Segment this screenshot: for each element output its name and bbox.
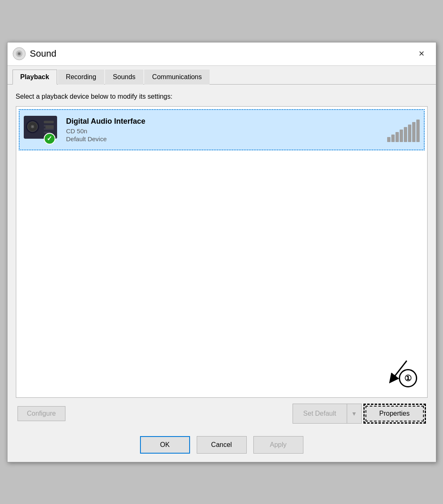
window-title: Sound xyxy=(30,48,57,59)
title-bar-left: Sound xyxy=(13,47,57,60)
vol-bar-1 xyxy=(387,137,390,142)
svg-rect-9 xyxy=(44,121,54,123)
instruction-text: Select a playback device below to modify… xyxy=(16,93,428,100)
properties-dashed-box: Properties xyxy=(363,404,426,424)
title-bar: Sound ✕ xyxy=(8,42,436,66)
vol-bar-2 xyxy=(391,135,395,142)
tab-sounds[interactable]: Sounds xyxy=(105,70,143,85)
device-status: Default Device xyxy=(66,135,383,142)
vol-bar-7 xyxy=(412,122,415,142)
apply-button[interactable]: Apply xyxy=(253,436,303,454)
tabs-bar: Playback Recording Sounds Communications xyxy=(8,66,436,85)
close-button[interactable]: ✕ xyxy=(414,46,429,61)
configure-button[interactable]: Configure xyxy=(18,406,65,421)
properties-button[interactable]: Properties xyxy=(365,406,424,422)
vol-bar-8 xyxy=(416,120,420,142)
set-default-button[interactable]: Set Default xyxy=(293,404,347,424)
device-list[interactable]: ✓ Digital Audio Interface CD 50n Default… xyxy=(16,106,428,398)
btn-group-right: Set Default ▼ Properties xyxy=(293,404,426,424)
set-default-arrow-button[interactable]: ▼ xyxy=(347,404,362,424)
sound-app-icon xyxy=(13,47,26,60)
annotation-bubble: ① xyxy=(399,369,417,387)
tab-recording[interactable]: Recording xyxy=(58,70,104,85)
tab-communications[interactable]: Communications xyxy=(144,70,210,85)
cancel-button[interactable]: Cancel xyxy=(197,436,247,454)
content-area: Select a playback device below to modify… xyxy=(8,85,436,430)
tab-playback[interactable]: Playback xyxy=(13,70,57,85)
device-item[interactable]: ✓ Digital Audio Interface CD 50n Default… xyxy=(19,109,425,150)
vol-bar-3 xyxy=(395,132,399,142)
device-sub: CD 50n xyxy=(66,127,383,135)
ok-cancel-row: OK Cancel Apply xyxy=(8,430,436,462)
svg-rect-11 xyxy=(44,128,54,130)
buttons-row: Configure Set Default ▼ Properties xyxy=(16,404,428,424)
volume-bars xyxy=(387,117,420,142)
device-icon-area: ✓ xyxy=(24,114,61,145)
svg-point-3 xyxy=(18,53,20,55)
vol-bar-4 xyxy=(400,130,403,142)
svg-rect-10 xyxy=(44,125,54,127)
sound-dialog: Sound ✕ Playback Recording Sounds Commun… xyxy=(7,42,436,462)
ok-button[interactable]: OK xyxy=(140,436,190,454)
set-default-group: Set Default ▼ xyxy=(293,404,362,424)
check-badge: ✓ xyxy=(44,133,55,145)
device-name: Digital Audio Interface xyxy=(66,117,383,126)
svg-point-8 xyxy=(32,126,33,127)
vol-bar-6 xyxy=(408,125,411,142)
vol-bar-5 xyxy=(404,127,407,142)
annotation-area: ① xyxy=(371,357,421,392)
device-info: Digital Audio Interface CD 50n Default D… xyxy=(61,117,383,142)
